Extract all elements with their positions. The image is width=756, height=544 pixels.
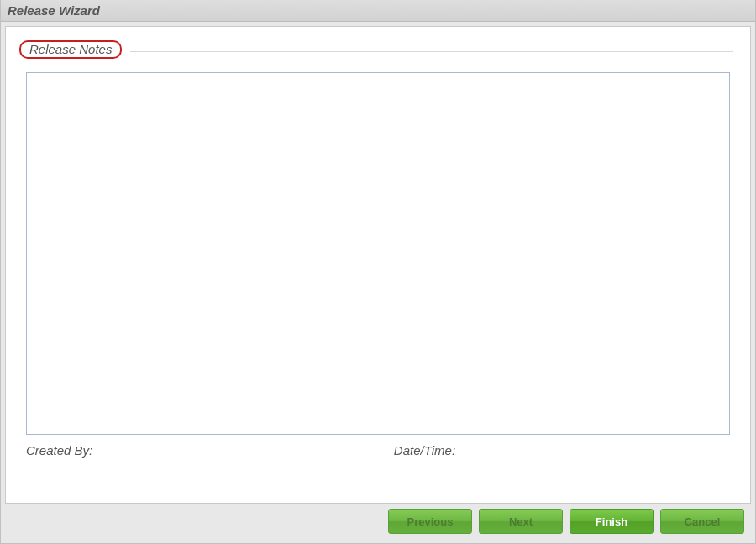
wizard-footer: Previous Next Finish Cancel xyxy=(5,504,751,539)
meta-row: Created By: Date/Time: xyxy=(26,443,733,458)
release-notes-header: Release Notes xyxy=(21,39,120,60)
previous-button[interactable]: Previous xyxy=(388,509,472,534)
created-by-label: Created By: xyxy=(26,443,92,458)
release-wizard-window: Release Wizard Release Notes Created By:… xyxy=(0,0,756,544)
date-time-field: Date/Time: xyxy=(394,443,733,458)
finish-button[interactable]: Finish xyxy=(570,509,654,534)
wizard-body: Release Notes Created By: Date/Time: Pre… xyxy=(1,22,755,543)
section-divider xyxy=(130,51,733,52)
date-time-label: Date/Time: xyxy=(394,443,455,458)
wizard-titlebar: Release Wizard xyxy=(1,0,755,22)
created-by-field: Created By: xyxy=(26,443,394,458)
cancel-button[interactable]: Cancel xyxy=(660,509,744,534)
release-notes-highlight: Release Notes xyxy=(19,40,122,59)
content-panel: Release Notes Created By: Date/Time: xyxy=(5,26,751,504)
release-notes-textarea[interactable] xyxy=(26,72,730,435)
section-header-row: Release Notes xyxy=(23,42,733,60)
next-button[interactable]: Next xyxy=(479,509,563,534)
wizard-title: Release Wizard xyxy=(8,3,100,18)
